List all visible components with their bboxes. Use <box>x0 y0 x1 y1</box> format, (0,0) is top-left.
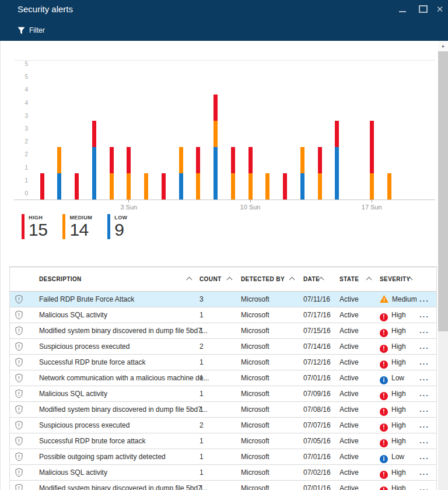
filter-bar: Filter <box>0 20 448 41</box>
detected-by-cell: Microsoft <box>241 307 270 323</box>
severity-cell: Medium <box>380 292 417 307</box>
severity-low-info-icon: i <box>380 376 388 384</box>
severity-cell: !High <box>380 418 406 433</box>
column-header-severity[interactable]: SEVERITY <box>380 276 411 282</box>
filter-label: Filter <box>29 26 45 34</box>
table-row[interactable]: Successful RDP brute force attack1Micros… <box>10 355 436 370</box>
table-row[interactable]: Possible outgoing spam activity detected… <box>10 449 436 465</box>
row-context-menu-button[interactable]: ... <box>419 465 429 480</box>
detected-by-cell: Microsoft <box>241 386 270 401</box>
row-context-menu-button[interactable]: ... <box>419 386 429 401</box>
description-cell: Modified system binary discovered in dum… <box>39 323 208 338</box>
sort-chevron-icon <box>187 277 192 283</box>
shield-alert-icon <box>15 326 23 338</box>
filter-button[interactable]: Filter <box>18 25 45 36</box>
y-axis-tick-label: 1 <box>10 164 28 172</box>
row-context-menu-button[interactable]: ... <box>419 402 429 417</box>
column-header-description[interactable]: DESCRIPTION <box>39 276 82 282</box>
bar-segment <box>231 147 235 173</box>
stacked-bar <box>283 173 287 200</box>
description-cell: Successful RDP brute force attack <box>39 355 146 370</box>
y-axis-tick-label: 2 <box>10 138 28 145</box>
count-cell: 1 <box>200 449 204 464</box>
scrollbar-up-arrow-icon[interactable]: ▲ <box>438 41 448 51</box>
minimize-button[interactable] <box>399 11 406 12</box>
shield-alert-icon <box>15 358 23 369</box>
y-axis-tick-label: 0 <box>10 190 28 197</box>
scrollbar-thumb[interactable] <box>438 51 448 331</box>
row-context-menu-button[interactable]: ... <box>419 355 429 370</box>
date-cell: 07/09/16 <box>303 386 331 401</box>
column-header-state[interactable]: STATE <box>340 276 359 282</box>
stacked-bar <box>370 121 374 200</box>
column-header-date[interactable]: DATE <box>303 276 320 282</box>
bar-segment <box>92 121 96 147</box>
table-row[interactable]: Suspicious process executed2Microsoft07/… <box>10 418 436 433</box>
row-context-menu-button[interactable]: ... <box>419 323 429 338</box>
table-row[interactable]: Suspicious process executed2Microsoft07/… <box>10 339 436 355</box>
table-row[interactable]: Modified system binary discovered in dum… <box>10 323 436 339</box>
table-row[interactable]: Network communication with a malicious m… <box>10 370 436 386</box>
chart-top-gridline <box>14 60 435 61</box>
severity-label: High <box>391 327 406 335</box>
table-row[interactable]: Malicious SQL activity1Microsoft07/09/16… <box>10 386 436 402</box>
legend-item-medium: MEDIUM 14 <box>62 214 92 239</box>
stacked-bar <box>162 173 166 200</box>
description-cell: Successful RDP brute force attack <box>39 433 146 449</box>
bar-segment <box>110 173 114 200</box>
table-row[interactable]: Modified system binary discovered in dum… <box>10 402 436 418</box>
bar-segment <box>265 173 270 200</box>
detected-by-cell: Microsoft <box>241 449 270 464</box>
table-row[interactable]: Successful RDP brute force attack1Micros… <box>10 433 436 449</box>
count-cell: 1 <box>200 386 204 401</box>
row-context-menu-button[interactable]: ... <box>419 339 429 354</box>
bar-segment <box>162 173 166 200</box>
bar-segment <box>300 173 304 200</box>
stacked-bar <box>387 173 391 200</box>
count-cell: 1 <box>200 370 204 386</box>
bar-segment <box>127 173 131 200</box>
stacked-bar <box>92 121 96 200</box>
severity-label: Medium <box>392 295 417 303</box>
row-context-menu-button[interactable]: ... <box>419 292 429 307</box>
row-context-menu-button[interactable]: ... <box>419 418 429 433</box>
stacked-bar <box>144 173 148 200</box>
description-cell: Network communication with a malicious m… <box>39 370 209 386</box>
severity-high-alert-icon: ! <box>380 487 388 490</box>
row-context-menu-button[interactable]: ... <box>419 307 429 323</box>
state-cell: Active <box>340 402 359 417</box>
column-header-count[interactable]: COUNT <box>200 276 222 282</box>
date-cell: 07/15/16 <box>303 323 331 338</box>
security-alerts-window: Security alerts ✕ Filter 011223344553 Su… <box>0 0 448 490</box>
table-row[interactable]: Modified system binary discovered in dum… <box>10 481 436 490</box>
severity-high-alert-icon: ! <box>380 313 388 321</box>
table-body: Failed RDP Brute Force Attack3Microsoft0… <box>10 292 436 490</box>
date-cell: 07/12/16 <box>303 355 331 370</box>
state-cell: Active <box>340 449 359 464</box>
severity-cell: !High <box>380 481 406 490</box>
table-row[interactable]: Failed RDP Brute Force Attack3Microsoft0… <box>10 292 436 307</box>
count-cell: 1 <box>200 355 204 370</box>
maximize-button[interactable] <box>419 5 428 13</box>
table-row[interactable]: Malicious SQL activity1Microsoft07/17/16… <box>10 307 436 323</box>
table-row[interactable]: Malicious SQL activity1Microsoft07/02/16… <box>10 465 436 481</box>
bar-segment <box>179 147 183 173</box>
row-context-menu-button[interactable]: ... <box>419 449 429 464</box>
row-context-menu-button[interactable]: ... <box>419 433 429 449</box>
bar-segment <box>214 121 218 147</box>
bar-segment <box>127 147 131 173</box>
date-cell: 07/02/16 <box>303 465 331 480</box>
severity-cell: !High <box>380 386 406 401</box>
severity-high-alert-icon: ! <box>380 329 388 337</box>
count-cell: 2 <box>200 418 204 433</box>
severity-cell: !High <box>380 465 406 480</box>
row-context-menu-button[interactable]: ... <box>419 370 429 386</box>
severity-medium-warning-icon <box>380 295 388 303</box>
bar-segment <box>283 173 287 200</box>
close-button[interactable]: ✕ <box>435 3 445 16</box>
column-header-detected_by[interactable]: DETECTED BY <box>241 276 285 282</box>
count-cell: 1 <box>200 323 204 338</box>
bar-segment <box>249 173 253 200</box>
bar-segment <box>40 173 44 200</box>
row-context-menu-button[interactable]: ... <box>419 481 429 490</box>
